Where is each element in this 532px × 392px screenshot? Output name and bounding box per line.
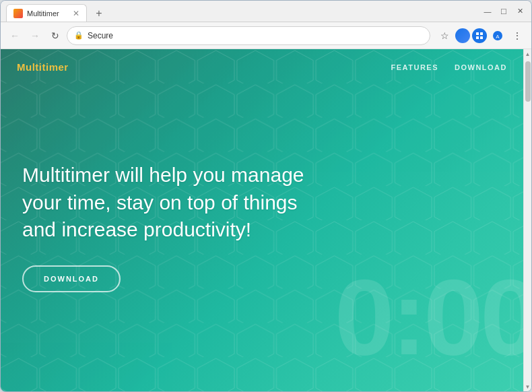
address-text: Secure bbox=[88, 31, 423, 40]
profile-button[interactable] bbox=[455, 28, 470, 43]
nav-download[interactable]: DOWNLOAD bbox=[455, 63, 507, 71]
nav-features[interactable]: FEATURES bbox=[391, 63, 438, 71]
svg-text:A: A bbox=[496, 34, 500, 40]
tab-label: Multitimer bbox=[27, 9, 59, 18]
window-controls bbox=[481, 5, 526, 18]
tab-area: Multitimer ✕ + bbox=[6, 1, 476, 22]
svg-rect-1 bbox=[480, 32, 483, 35]
title-bar: Multitimer ✕ + bbox=[1, 1, 531, 22]
maximize-button[interactable] bbox=[498, 5, 510, 18]
address-bar[interactable]: 🔒 Secure bbox=[67, 26, 430, 45]
toolbar-actions: ☆ A ⋮ bbox=[436, 27, 526, 44]
svg-rect-2 bbox=[476, 36, 479, 39]
scroll-down-arrow[interactable]: ▼ bbox=[524, 382, 531, 391]
tab-close-button[interactable]: ✕ bbox=[73, 9, 79, 18]
site-navigation: Multitimer FEATURES DOWNLOAD bbox=[1, 49, 523, 85]
bookmark-button[interactable]: ☆ bbox=[436, 27, 453, 44]
svg-rect-3 bbox=[480, 36, 483, 39]
site-logo: Multitimer bbox=[17, 61, 69, 73]
menu-button[interactable]: ⋮ bbox=[508, 27, 526, 44]
browser-toolbar: ← → ↻ 🔒 Secure ☆ A bbox=[1, 22, 531, 49]
secure-icon: 🔒 bbox=[74, 31, 84, 40]
website: 0:00 Multitimer FEATURES DOWNLOAD Multit… bbox=[1, 49, 523, 391]
refresh-button[interactable]: ↻ bbox=[46, 27, 64, 44]
back-button[interactable]: ← bbox=[6, 27, 24, 44]
forward-button[interactable]: → bbox=[26, 27, 44, 44]
scrollbar[interactable]: ▲ ▼ bbox=[523, 49, 531, 391]
minimize-button[interactable] bbox=[481, 5, 494, 18]
close-button[interactable] bbox=[514, 5, 526, 18]
hero-headline: Multitimer will help you manage your tim… bbox=[22, 162, 305, 243]
scrollbar-thumb[interactable] bbox=[525, 61, 531, 102]
nav-links: FEATURES DOWNLOAD bbox=[391, 63, 507, 71]
web-content: 0:00 Multitimer FEATURES DOWNLOAD Multit… bbox=[1, 49, 531, 391]
scroll-up-arrow[interactable]: ▲ bbox=[524, 49, 531, 59]
svg-rect-0 bbox=[476, 32, 479, 35]
download-button[interactable]: DOWNLOAD bbox=[22, 265, 121, 292]
browser-window: Multitimer ✕ + ← → ↻ 🔒 Secure ☆ bbox=[0, 0, 532, 392]
cast-button[interactable]: A bbox=[489, 27, 506, 44]
hero-section: Multitimer will help you manage your tim… bbox=[22, 162, 305, 292]
active-tab[interactable]: Multitimer ✕ bbox=[6, 4, 87, 22]
new-tab-button[interactable]: + bbox=[90, 5, 108, 22]
extension-button[interactable] bbox=[472, 28, 487, 43]
tab-favicon bbox=[13, 9, 23, 18]
